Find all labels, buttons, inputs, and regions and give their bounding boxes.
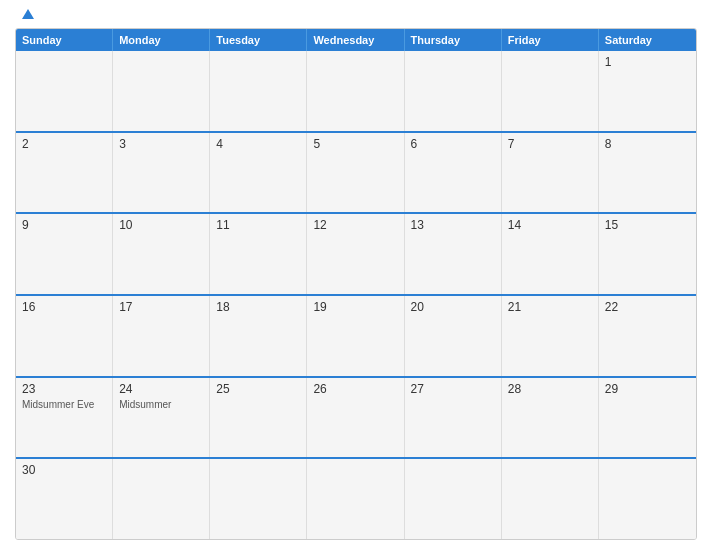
day-number: 26 <box>313 382 397 396</box>
day-number: 7 <box>508 137 592 151</box>
calendar-cell <box>210 51 307 131</box>
day-number: 21 <box>508 300 592 314</box>
day-number: 28 <box>508 382 592 396</box>
day-number: 5 <box>313 137 397 151</box>
day-number: 11 <box>216 218 300 232</box>
calendar-cell: 25 <box>210 378 307 458</box>
day-number: 16 <box>22 300 106 314</box>
day-number: 10 <box>119 218 203 232</box>
calendar-cell: 22 <box>599 296 696 376</box>
calendar-cell: 23Midsummer Eve <box>16 378 113 458</box>
calendar-cell <box>210 459 307 539</box>
calendar-cell: 18 <box>210 296 307 376</box>
calendar-cell <box>113 51 210 131</box>
calendar-cell: 6 <box>405 133 502 213</box>
day-number: 12 <box>313 218 397 232</box>
logo <box>20 10 34 20</box>
calendar-grid: SundayMondayTuesdayWednesdayThursdayFrid… <box>15 28 697 540</box>
calendar-week-1: 1 <box>16 51 696 131</box>
day-number: 27 <box>411 382 495 396</box>
calendar-cell: 27 <box>405 378 502 458</box>
day-number: 29 <box>605 382 690 396</box>
weekday-header-friday: Friday <box>502 29 599 51</box>
calendar-cell <box>405 459 502 539</box>
calendar-cell <box>113 459 210 539</box>
day-number: 22 <box>605 300 690 314</box>
weekday-header-tuesday: Tuesday <box>210 29 307 51</box>
calendar-cell <box>307 459 404 539</box>
calendar-body: 1234567891011121314151617181920212223Mid… <box>16 51 696 539</box>
page-header <box>15 10 697 20</box>
calendar-cell: 26 <box>307 378 404 458</box>
weekday-header-thursday: Thursday <box>405 29 502 51</box>
day-event: Midsummer <box>119 398 203 411</box>
calendar-page: SundayMondayTuesdayWednesdayThursdayFrid… <box>0 0 712 550</box>
day-number: 18 <box>216 300 300 314</box>
calendar-cell <box>16 51 113 131</box>
calendar-cell: 1 <box>599 51 696 131</box>
day-number: 1 <box>605 55 690 69</box>
calendar-cell: 20 <box>405 296 502 376</box>
calendar-week-5: 23Midsummer Eve24Midsummer2526272829 <box>16 376 696 458</box>
day-number: 30 <box>22 463 106 477</box>
calendar-cell: 8 <box>599 133 696 213</box>
weekday-header-sunday: Sunday <box>16 29 113 51</box>
day-number: 17 <box>119 300 203 314</box>
weekday-header-wednesday: Wednesday <box>307 29 404 51</box>
calendar-cell <box>405 51 502 131</box>
calendar-cell: 12 <box>307 214 404 294</box>
day-number: 2 <box>22 137 106 151</box>
calendar-cell: 16 <box>16 296 113 376</box>
calendar-cell: 2 <box>16 133 113 213</box>
calendar-cell: 10 <box>113 214 210 294</box>
weekday-header-saturday: Saturday <box>599 29 696 51</box>
day-number: 25 <box>216 382 300 396</box>
calendar-cell: 14 <box>502 214 599 294</box>
calendar-week-6: 30 <box>16 457 696 539</box>
day-number: 6 <box>411 137 495 151</box>
calendar-week-3: 9101112131415 <box>16 212 696 294</box>
calendar-week-4: 16171819202122 <box>16 294 696 376</box>
calendar-cell: 30 <box>16 459 113 539</box>
calendar-week-2: 2345678 <box>16 131 696 213</box>
day-number: 20 <box>411 300 495 314</box>
calendar-cell: 3 <box>113 133 210 213</box>
day-number: 23 <box>22 382 106 396</box>
calendar-cell <box>307 51 404 131</box>
calendar-cell <box>599 459 696 539</box>
day-number: 8 <box>605 137 690 151</box>
calendar-cell: 9 <box>16 214 113 294</box>
calendar-cell: 28 <box>502 378 599 458</box>
weekday-header-monday: Monday <box>113 29 210 51</box>
calendar-cell: 13 <box>405 214 502 294</box>
logo-triangle-icon <box>22 9 34 19</box>
day-number: 9 <box>22 218 106 232</box>
calendar-header-row: SundayMondayTuesdayWednesdayThursdayFrid… <box>16 29 696 51</box>
calendar-cell <box>502 459 599 539</box>
day-number: 4 <box>216 137 300 151</box>
day-number: 15 <box>605 218 690 232</box>
calendar-cell: 15 <box>599 214 696 294</box>
calendar-cell: 17 <box>113 296 210 376</box>
calendar-cell: 21 <box>502 296 599 376</box>
day-number: 24 <box>119 382 203 396</box>
calendar-cell <box>502 51 599 131</box>
day-number: 14 <box>508 218 592 232</box>
calendar-cell: 5 <box>307 133 404 213</box>
day-number: 3 <box>119 137 203 151</box>
day-number: 13 <box>411 218 495 232</box>
calendar-cell: 4 <box>210 133 307 213</box>
calendar-cell: 29 <box>599 378 696 458</box>
calendar-cell: 19 <box>307 296 404 376</box>
calendar-cell: 24Midsummer <box>113 378 210 458</box>
calendar-cell: 11 <box>210 214 307 294</box>
day-event: Midsummer Eve <box>22 398 106 411</box>
day-number: 19 <box>313 300 397 314</box>
calendar-cell: 7 <box>502 133 599 213</box>
